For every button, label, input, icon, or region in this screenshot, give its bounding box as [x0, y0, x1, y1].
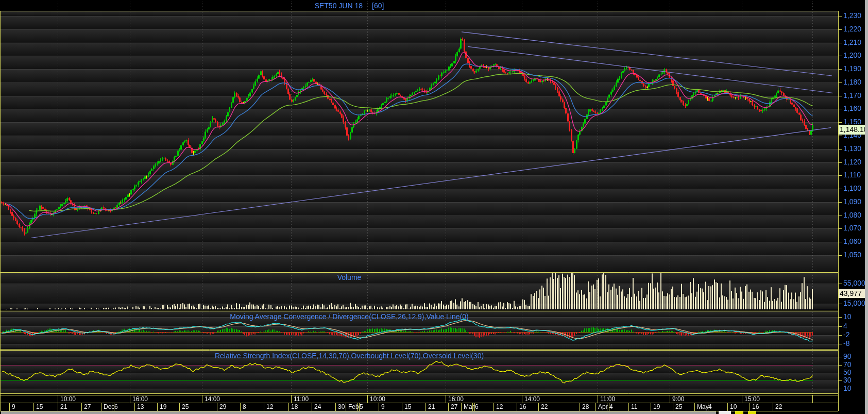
axis-tick-label: 55,000 [843, 279, 867, 287]
axis-tick-label: 50 [843, 369, 867, 376]
toolbar-button-fragment[interactable] [719, 411, 731, 414]
time-cell: 14:00 [522, 395, 600, 403]
date-cell: 9 [379, 403, 404, 411]
time-cell: 11:00 [598, 395, 672, 403]
date-cell: 21 [58, 403, 83, 411]
axis-tick-label: -2 [843, 331, 867, 339]
date-cell: 15 [33, 403, 60, 411]
date-cell: 12 [264, 403, 291, 411]
time-cell: 14:00 [202, 395, 293, 403]
chart-window: SET50 JUN 18[60] Volume Moving Average C… [0, 0, 868, 414]
last-price-box: 1,148.10 [839, 125, 868, 135]
date-cell: 19 [157, 403, 181, 411]
axis-tick-label: 90 [843, 353, 867, 360]
date-cell: 6 [472, 403, 496, 411]
date-cell: 4 [706, 403, 729, 411]
axis-tick-label: 1,200 [843, 52, 867, 59]
date-cell: 28 [580, 403, 598, 411]
date-cell: 15 [402, 403, 428, 411]
axis-tick-label: 1,120 [843, 158, 867, 166]
toolbar-icon-fragment[interactable] [735, 411, 743, 414]
axis-tick-label: 70 [843, 361, 867, 369]
axis-tick-label: 1,160 [843, 105, 867, 112]
axis-tick-label: 1,110 [843, 171, 867, 179]
toolbar-icon-fragment[interactable] [748, 411, 756, 414]
date-cell: 18 [288, 403, 314, 411]
axis-tick-label: 1,180 [843, 78, 867, 86]
axis-tick-label: -8 [843, 340, 867, 347]
time-cell: 16:00 [130, 395, 204, 403]
axis-tick-label: 1,090 [843, 198, 867, 206]
date-cell: 9 [9, 403, 36, 411]
date-cell: 25 [179, 403, 219, 411]
date-cell: 13 [134, 403, 159, 411]
time-cell: 11:00 [291, 395, 369, 403]
date-cell: 16 [517, 403, 540, 411]
axis-tick-label: 1,080 [843, 211, 867, 219]
date-cell: 8 [240, 403, 266, 411]
time-cell: 9:00 [670, 395, 744, 403]
date-cell: 6 [112, 403, 137, 411]
axis-tick-label: 1,130 [843, 145, 867, 153]
axis-tick-label: 1,220 [843, 25, 867, 33]
axis-tick-label: 1,070 [843, 224, 867, 232]
axis-tick-label: 1,100 [843, 185, 867, 192]
date-cell: 24 [312, 403, 337, 411]
axis-tick-label: 4 [843, 322, 867, 330]
axis-tick-label: 30 [843, 376, 867, 384]
time-cell: 10:00 [58, 395, 132, 403]
horizontal-scrollbar-thumb[interactable] [1, 411, 716, 414]
chart-canvas[interactable] [0, 0, 868, 414]
date-cell: 22 [538, 403, 582, 411]
date-cell: 27 [81, 403, 103, 411]
axis-tick-label: 1,050 [843, 251, 867, 259]
axis-tick-label: 10 [843, 313, 867, 321]
date-cell: 10 [727, 403, 752, 411]
date-cell: 19 [651, 403, 675, 411]
vertical-scrollbar[interactable] [865, 0, 868, 414]
axis-tick-label: 15,000 [843, 300, 867, 307]
time-cell: 15:00 [742, 395, 814, 403]
axis-tick-label: 1,190 [843, 65, 867, 73]
date-axis-row: 9152127Dec613192529812182430Feb59152127M… [0, 403, 838, 411]
axis-tick-label: 1,170 [843, 92, 867, 100]
axis-tick-label: 10 [843, 385, 867, 392]
axis-tick-label: 1,060 [843, 238, 867, 245]
time-cell: 10:00 [367, 395, 448, 403]
date-cell: 29 [217, 403, 242, 411]
date-cell: 16 [750, 403, 775, 411]
date-cell: 11 [628, 403, 653, 411]
date-cell: 25 [673, 403, 696, 411]
time-cell: 16:00 [446, 395, 524, 403]
date-cell: 22 [773, 403, 838, 411]
time-cell [812, 395, 838, 403]
date-cell: 5 [357, 403, 381, 411]
date-cell: 12 [493, 403, 519, 411]
axis-tick-label: 1,230 [843, 12, 867, 20]
last-volume-box: 43,977 [839, 289, 868, 298]
time-axis-row: 10:0016:0014:0011:0010:0016:0014:0011:00… [0, 395, 838, 403]
date-cell: 21 [426, 403, 450, 411]
date-cell: 4 [607, 403, 631, 411]
axis-tick-label: 1,210 [843, 39, 867, 46]
